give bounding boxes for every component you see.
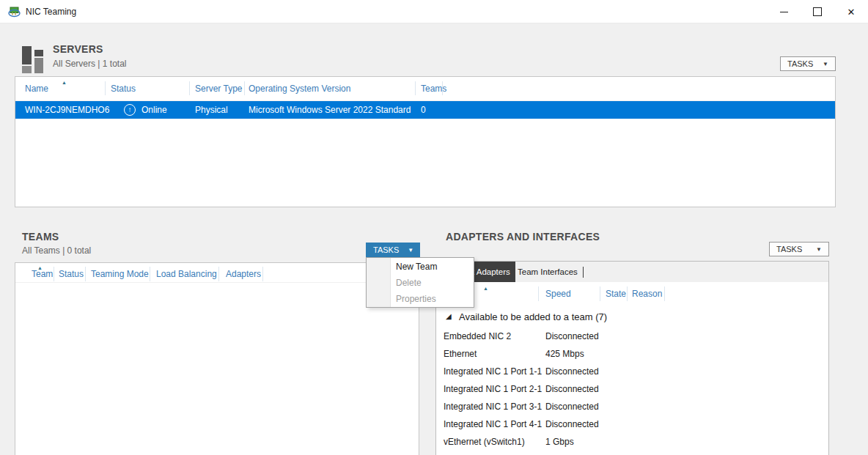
teams-col-team[interactable]: Team bbox=[32, 269, 53, 279]
servers-tasks-button[interactable]: TASKS ▼ bbox=[780, 56, 836, 71]
header-divider bbox=[15, 282, 419, 283]
server-os-version: Microsoft Windows Server 2022 Standard bbox=[249, 105, 411, 115]
column-separator bbox=[218, 267, 219, 281]
tab-team-interfaces-label: Team Interfaces bbox=[518, 267, 578, 276]
manageability-up-icon: ↑ bbox=[124, 104, 136, 116]
adapter-speed: Disconnected bbox=[545, 331, 599, 341]
adapter-name: Integrated NIC 1 Port 3-1 bbox=[444, 402, 542, 412]
adapter-group-row[interactable]: ◢ Available to be added to a team (7) bbox=[436, 313, 828, 328]
servers-col-server-type[interactable]: Server Type bbox=[195, 84, 242, 94]
menu-item-new-team[interactable]: New Team bbox=[396, 262, 437, 272]
adapters-tasks-label: TASKS bbox=[776, 245, 802, 254]
nic-teaming-window: NIC Teaming ✕ SERVERS All Servers | 1 to… bbox=[0, 0, 868, 455]
adapters-tasks-button[interactable]: TASKS ▼ bbox=[769, 242, 829, 256]
column-separator bbox=[189, 81, 190, 95]
menu-item-properties[interactable]: Properties bbox=[396, 294, 436, 304]
teams-table: ▲ Team Status Teaming Mode Load Balancin… bbox=[15, 262, 419, 455]
adapter-name: Integrated NIC 1 Port 4-1 bbox=[444, 419, 542, 429]
tab-team-interfaces[interactable]: Team Interfaces bbox=[512, 262, 589, 282]
servers-col-status[interactable]: Status bbox=[111, 84, 136, 94]
adapters-col-reason[interactable]: Reason bbox=[632, 289, 662, 299]
minimize-button[interactable] bbox=[767, 0, 801, 23]
column-separator bbox=[442, 81, 443, 95]
servers-col-os-version[interactable]: Operating System Version bbox=[249, 84, 350, 94]
adapter-name: Embedded NIC 2 bbox=[444, 331, 511, 341]
teams-section-title: TEAMS bbox=[22, 231, 59, 243]
adapter-row[interactable]: Integrated NIC 1 Port 4-1 Disconnected bbox=[436, 419, 828, 435]
adapter-name: Ethernet bbox=[444, 349, 477, 359]
server-type: Physical bbox=[195, 105, 228, 115]
adapter-name: Integrated NIC 1 Port 1-1 bbox=[444, 366, 542, 377]
adapters-col-state[interactable]: State bbox=[606, 289, 626, 299]
teams-tasks-button[interactable]: TASKS ▼ bbox=[366, 243, 420, 257]
column-separator bbox=[150, 267, 150, 281]
servers-section-title: SERVERS bbox=[53, 43, 103, 55]
server-name: WIN-2CJ9NEMDHO6 bbox=[25, 105, 109, 115]
server-row-selected[interactable]: WIN-2CJ9NEMDHO6 ↑ Online Physical Micros… bbox=[15, 101, 835, 119]
adapters-col-speed[interactable]: Speed bbox=[545, 289, 571, 299]
menu-icon-gutter bbox=[367, 258, 391, 307]
chevron-down-icon: ▼ bbox=[823, 61, 828, 67]
adapter-speed: Disconnected bbox=[545, 402, 599, 412]
group-expanded-icon: ◢ bbox=[446, 313, 452, 320]
adapter-speed: Disconnected bbox=[545, 366, 599, 377]
column-separator bbox=[85, 267, 86, 281]
servers-table: ▲ Name Status Server Type Operating Syst… bbox=[15, 76, 836, 207]
column-separator bbox=[600, 286, 600, 301]
teams-tasks-label: TASKS bbox=[373, 245, 399, 254]
adapter-speed: Disconnected bbox=[545, 384, 599, 394]
nic-teaming-app-icon bbox=[8, 6, 21, 18]
adapter-group-label: Available to be added to a team (7) bbox=[459, 311, 607, 322]
tasks-dropdown-menu: New Team Delete Properties bbox=[366, 257, 474, 308]
adapters-section-title: ADAPTERS AND INTERFACES bbox=[446, 231, 600, 243]
column-separator bbox=[415, 81, 416, 95]
column-separator bbox=[105, 81, 106, 95]
server-status: Online bbox=[141, 105, 167, 115]
column-separator bbox=[244, 81, 245, 95]
adapter-row[interactable]: Integrated NIC 1 Port 3-1 Disconnected bbox=[436, 402, 828, 418]
servers-section-subtitle: All Servers | 1 total bbox=[53, 59, 127, 69]
adapter-speed: Disconnected bbox=[545, 419, 599, 429]
chevron-down-icon: ▼ bbox=[816, 246, 822, 253]
tab-divider bbox=[583, 267, 584, 278]
column-separator bbox=[538, 286, 539, 301]
servers-tile-icon bbox=[22, 45, 47, 73]
minimize-icon bbox=[780, 12, 788, 12]
adapter-row[interactable]: vEthernet (vSwitch1) 1 Gbps bbox=[436, 437, 828, 453]
sort-ascending-icon: ▲ bbox=[62, 80, 67, 85]
maximize-icon bbox=[813, 7, 822, 16]
adapters-panel: Network Adapters Team Interfaces ▲ Speed… bbox=[435, 261, 829, 455]
column-separator bbox=[627, 286, 628, 301]
adapter-row[interactable]: Integrated NIC 1 Port 1-1 Disconnected bbox=[436, 366, 828, 382]
server-teams-count: 0 bbox=[421, 105, 426, 115]
teams-col-load-balancing[interactable]: Load Balancing bbox=[156, 269, 217, 279]
teams-col-teaming-mode[interactable]: Teaming Mode bbox=[91, 269, 149, 279]
column-separator bbox=[262, 267, 263, 281]
chevron-down-icon: ▼ bbox=[408, 247, 413, 254]
adapter-row[interactable]: Integrated NIC 1 Port 2-1 Disconnected bbox=[436, 384, 828, 400]
servers-col-teams[interactable]: Teams bbox=[421, 84, 446, 94]
close-button[interactable]: ✕ bbox=[834, 0, 868, 23]
adapter-row[interactable]: Embedded NIC 2 Disconnected bbox=[436, 331, 828, 347]
window-title: NIC Teaming bbox=[26, 7, 76, 17]
adapter-name: vEthernet (vSwitch1) bbox=[444, 437, 525, 447]
sort-ascending-icon: ▲ bbox=[483, 286, 488, 291]
adapter-speed: 1 Gbps bbox=[545, 437, 574, 447]
servers-tasks-label: TASKS bbox=[787, 59, 813, 68]
column-separator bbox=[664, 286, 665, 301]
adapters-list: ▲ Speed State Reason ◢ Available to be a… bbox=[436, 282, 828, 455]
column-separator bbox=[54, 267, 54, 281]
window-controls: ✕ bbox=[767, 0, 868, 23]
close-icon: ✕ bbox=[847, 7, 856, 17]
adapter-row[interactable]: Ethernet 425 Mbps bbox=[436, 349, 828, 365]
teams-col-adapters[interactable]: Adapters bbox=[226, 269, 261, 279]
titlebar[interactable]: NIC Teaming ✕ bbox=[0, 0, 868, 23]
menu-item-delete[interactable]: Delete bbox=[396, 278, 422, 288]
servers-col-name[interactable]: Name bbox=[25, 84, 48, 94]
teams-col-status[interactable]: Status bbox=[59, 269, 84, 279]
maximize-button[interactable] bbox=[801, 0, 834, 23]
adapter-speed: 425 Mbps bbox=[545, 349, 584, 359]
adapter-name: Integrated NIC 1 Port 2-1 bbox=[444, 384, 542, 394]
teams-section-subtitle: All Teams | 0 total bbox=[22, 245, 91, 256]
